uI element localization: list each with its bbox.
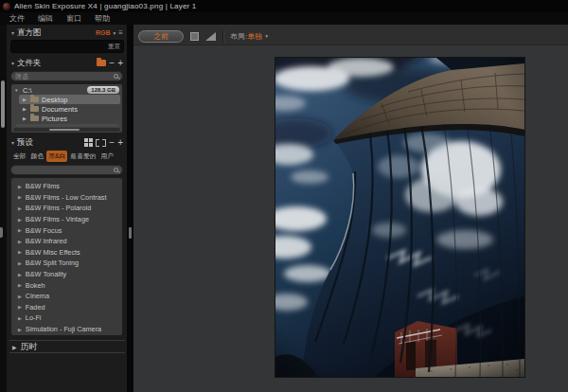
collapse-arrow-icon: ▾	[11, 29, 14, 36]
folders-horizontal-scrollbar[interactable]	[13, 128, 120, 132]
partial-tree-row	[15, 124, 119, 127]
add-folder-button[interactable]: +	[117, 60, 123, 67]
preset-category-row[interactable]: ▶ B&W Films	[11, 181, 122, 192]
app-logo-icon	[3, 3, 10, 10]
single-view-icon[interactable]	[190, 32, 199, 41]
expand-arrow-icon: ▶	[18, 282, 22, 288]
menu-item[interactable]: 窗口	[60, 13, 88, 24]
expand-view-icon[interactable]	[96, 139, 106, 147]
preset-category-row[interactable]: ▶ B&W Focus	[11, 224, 122, 236]
preset-category-label: Bokeh	[26, 281, 45, 290]
histogram-panel-title: 直方图	[17, 27, 42, 39]
history-panel-header[interactable]: ▶ 历时	[9, 340, 125, 353]
preset-category-row[interactable]: ▶ B&W Tonality	[11, 269, 122, 280]
presets-panel-header[interactable]: ▾ 预设 − +	[9, 136, 125, 149]
fisheye-photo	[275, 58, 524, 377]
preset-filter-tab[interactable]: 最喜爱的	[68, 151, 98, 162]
preview-toolbar: 之前 布局: 单独 ▾	[133, 25, 568, 45]
preset-filter-tab[interactable]: 颜色	[29, 151, 46, 162]
photo-canvas	[275, 58, 524, 377]
remove-preset-button[interactable]: −	[109, 139, 115, 147]
preset-category-label: B&W Films - Low Contrast	[26, 193, 107, 202]
divider-drag-handle[interactable]	[129, 227, 132, 239]
sidebar-vertical-scrollbar[interactable]	[1, 80, 5, 128]
thumbnail-grid-icon[interactable]	[84, 138, 93, 147]
preset-category-label: B&W Films - Vintage	[26, 215, 89, 223]
folder-icon	[30, 106, 39, 112]
drive-name: C:\	[23, 86, 32, 95]
layout-label: 布局:	[230, 31, 247, 42]
preset-category-label: B&W Focus	[26, 226, 62, 235]
preset-category-row[interactable]: ▶ Bokeh	[11, 279, 122, 291]
preset-category-row[interactable]: ▶ B&W Films - Vintage	[11, 214, 122, 225]
expand-arrow-icon: ▶	[18, 304, 22, 310]
preset-category-row[interactable]: ▶ B&W Films - Low Contrast	[11, 192, 122, 204]
chevron-down-icon: ▾	[114, 30, 116, 36]
sidebar-collapse-handle[interactable]	[0, 227, 3, 238]
menu-item[interactable]: 帮助	[88, 13, 116, 24]
preset-category-row[interactable]: ▶ Cinema	[11, 291, 122, 302]
histogram-menu-icon[interactable]: ≡	[118, 29, 123, 37]
drive-row[interactable]: ▾ C:\ 128.3 GB	[11, 85, 122, 95]
preset-category-row[interactable]: ▶ Lo-Fi	[11, 312, 122, 324]
preset-category-row[interactable]: ▶ B&W Misc Effects	[11, 247, 122, 258]
preset-filter-tab[interactable]: 黑&白	[46, 151, 67, 162]
folders-filter-input[interactable]	[15, 73, 111, 80]
preset-category-label: B&W Misc Effects	[26, 248, 80, 257]
preset-category-label: B&W Films - Polaroid	[26, 204, 91, 212]
preset-category-label: B&W Infrared	[26, 237, 67, 245]
search-icon	[114, 168, 118, 172]
app-window: Alien Skin Exposure X4 | guangjiao03.png…	[0, 0, 568, 392]
folder-icon	[30, 116, 39, 121]
preset-filter-tab[interactable]: 全部	[11, 151, 28, 162]
presets-search-input[interactable]	[15, 167, 111, 173]
scrollbar-thumb[interactable]	[49, 129, 80, 131]
expand-arrow-icon: ▶	[18, 315, 22, 321]
folder-row[interactable]: ▶ Desktop	[19, 95, 120, 104]
folder-row[interactable]: ▶ Pictures	[19, 114, 122, 123]
menu-item[interactable]: 编辑	[31, 13, 60, 24]
before-preview-button[interactable]: 之前	[138, 30, 184, 43]
add-preset-button[interactable]: +	[117, 139, 123, 147]
collapse-arrow-icon: ▾	[15, 87, 20, 93]
preset-category-label: Lo-Fi	[26, 313, 42, 322]
expand-arrow-icon: ▶	[12, 344, 17, 350]
folder-name: Pictures	[42, 115, 67, 123]
preset-category-row[interactable]: ▶ Simulation - Fuji Camera	[11, 324, 122, 335]
folder-name: Documents	[42, 105, 78, 114]
expand-arrow-icon: ▶	[18, 217, 22, 223]
preset-category-row[interactable]: ▶ Faded	[11, 302, 122, 313]
histogram-display: 重置	[10, 40, 124, 53]
preset-filter-tab[interactable]: 用户	[99, 151, 116, 162]
panel-divider[interactable]	[127, 25, 133, 392]
preset-category-label: Simulation - Fuji Camera	[26, 325, 101, 333]
preset-category-label: Cinema	[26, 292, 49, 300]
folders-panel-header[interactable]: ▾ 文件夹 − +	[9, 57, 125, 69]
preset-category-row[interactable]: ▶ B&W Infrared	[11, 236, 122, 247]
layout-dropdown[interactable]: 布局: 单独 ▾	[230, 31, 268, 42]
histogram-reset-button[interactable]: 重置	[108, 43, 120, 51]
expand-arrow-icon: ▶	[18, 239, 22, 244]
remove-folder-button[interactable]: −	[109, 60, 115, 67]
expand-arrow-icon: ▶	[18, 272, 22, 277]
folder-row[interactable]: ▶ Documents	[19, 104, 122, 114]
layout-value: 单独	[247, 31, 262, 42]
preset-category-label: Faded	[26, 303, 45, 312]
preset-category-row[interactable]: ▶ B&W Split Toning	[11, 258, 122, 269]
preset-category-row[interactable]: ▶ B&W Films - Polaroid	[11, 203, 122, 214]
folders-filter-box	[10, 71, 123, 81]
histogram-channel-select[interactable]: RGB	[96, 29, 111, 36]
expand-arrow-icon: ▶	[18, 184, 22, 189]
folder-icon	[30, 97, 39, 102]
preset-category-label: B&W Tonality	[26, 270, 66, 278]
add-folder-icon[interactable]	[97, 60, 106, 66]
expand-arrow-icon: ▶	[23, 97, 27, 102]
left-sidebar: ▾ 直方图 RGB ▾ ≡ 重置 ▾ 文件夹	[0, 25, 127, 392]
preset-category-label: B&W Split Toning	[26, 258, 79, 267]
menu-item[interactable]: 文件	[3, 13, 31, 24]
histogram-panel-header[interactable]: ▾ 直方图 RGB ▾ ≡	[9, 27, 125, 39]
collapse-arrow-icon: ▾	[11, 139, 14, 146]
presets-panel-title: 预设	[17, 137, 33, 149]
expand-arrow-icon: ▶	[18, 205, 22, 211]
split-view-icon[interactable]	[205, 32, 216, 41]
